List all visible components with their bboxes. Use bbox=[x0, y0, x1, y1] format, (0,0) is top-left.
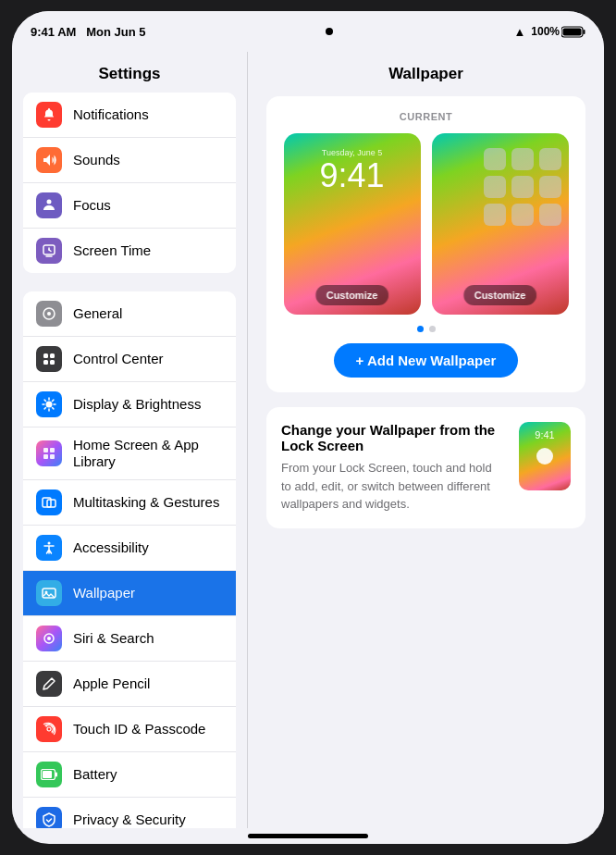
right-panel: Wallpaper CURRENT Tuesday, June 5 9:41 C… bbox=[248, 52, 604, 828]
home-screen-preview[interactable]: Customize bbox=[432, 133, 569, 315]
display-label: Display & Brightness bbox=[73, 396, 201, 413]
svg-rect-6 bbox=[43, 353, 48, 358]
sidebar-item-privacy[interactable]: Privacy & Security bbox=[23, 798, 236, 828]
add-wallpaper-button[interactable]: + Add New Wallpaper bbox=[334, 343, 519, 378]
wifi-icon: ▲ bbox=[513, 25, 525, 39]
accessibility-icon bbox=[36, 535, 62, 561]
current-label: CURRENT bbox=[281, 111, 571, 122]
sidebar-title: Settings bbox=[12, 52, 247, 93]
siri-label: Siri & Search bbox=[73, 630, 154, 647]
add-wallpaper-label: + Add New Wallpaper bbox=[356, 353, 497, 368]
sidebar-item-touch-id[interactable]: Touch ID & Passcode bbox=[23, 707, 236, 752]
home-customize-btn[interactable]: Customize bbox=[463, 285, 537, 305]
sidebar-item-wallpaper[interactable]: Wallpaper bbox=[23, 571, 236, 616]
svg-point-22 bbox=[47, 727, 51, 731]
info-text: Change your Wallpaper from the Lock Scre… bbox=[281, 422, 504, 514]
app-icons-grid bbox=[484, 148, 561, 226]
accessibility-label: Accessibility bbox=[73, 539, 149, 556]
svg-rect-1 bbox=[583, 30, 585, 34]
control-center-label: Control Center bbox=[73, 351, 164, 367]
sidebar-item-battery[interactable]: Battery bbox=[23, 752, 236, 798]
info-card: Change your Wallpaper from the Lock Scre… bbox=[266, 407, 585, 528]
sidebar-item-screen-time[interactable]: Screen Time bbox=[23, 229, 236, 273]
app-icon bbox=[539, 176, 561, 198]
home-indicator bbox=[248, 834, 368, 838]
sidebar-item-general[interactable]: General bbox=[23, 291, 236, 337]
svg-rect-9 bbox=[50, 360, 55, 365]
app-icon bbox=[484, 204, 506, 226]
sidebar-item-apple-pencil[interactable]: Apple Pencil bbox=[23, 662, 236, 707]
sidebar-item-multitasking[interactable]: Multitasking & Gestures bbox=[23, 480, 236, 526]
svg-rect-13 bbox=[43, 454, 48, 459]
preview-dot bbox=[536, 448, 553, 465]
sidebar-item-accessibility[interactable]: Accessibility bbox=[23, 526, 236, 571]
sidebar-item-control-center[interactable]: Control Center bbox=[23, 337, 236, 382]
app-icon bbox=[539, 148, 561, 170]
privacy-icon bbox=[36, 807, 62, 828]
info-preview: 9:41 bbox=[519, 422, 571, 490]
sidebar-item-siri[interactable]: Siri & Search bbox=[23, 616, 236, 662]
focus-icon bbox=[36, 192, 62, 218]
battery-nav-icon bbox=[36, 762, 62, 787]
svg-rect-25 bbox=[43, 771, 52, 778]
svg-rect-8 bbox=[43, 360, 48, 365]
app-icon bbox=[511, 148, 534, 170]
home-screen-icon bbox=[36, 440, 62, 466]
lock-customize-btn[interactable]: Customize bbox=[315, 285, 389, 305]
app-icon bbox=[484, 176, 506, 198]
notifications-icon bbox=[36, 102, 62, 128]
panel-title: Wallpaper bbox=[266, 52, 585, 96]
general-label: General bbox=[73, 305, 122, 322]
dot-1[interactable] bbox=[417, 326, 424, 332]
app-icon bbox=[484, 148, 506, 170]
sidebar: Settings Notifications Sounds bbox=[12, 52, 248, 828]
app-icon bbox=[511, 176, 534, 198]
status-right: ▲ 100% bbox=[513, 25, 585, 39]
screen-time-icon bbox=[36, 238, 62, 264]
main-content: Settings Notifications Sounds bbox=[12, 52, 604, 828]
notifications-label: Notifications bbox=[73, 106, 149, 123]
info-title: Change your Wallpaper from the Lock Scre… bbox=[281, 422, 504, 453]
svg-rect-7 bbox=[50, 353, 55, 358]
sidebar-section-2: General Control Center Display & Brightn… bbox=[23, 291, 236, 828]
notch bbox=[326, 28, 333, 35]
lock-screen-preview[interactable]: Tuesday, June 5 9:41 Customize bbox=[284, 133, 421, 315]
sounds-label: Sounds bbox=[73, 152, 120, 168]
focus-label: Focus bbox=[73, 197, 111, 214]
preview-inner bbox=[519, 422, 571, 490]
app-icon bbox=[511, 204, 534, 226]
sidebar-item-notifications[interactable]: Notifications bbox=[23, 93, 236, 138]
wallpaper-label: Wallpaper bbox=[73, 585, 135, 601]
sidebar-item-display[interactable]: Display & Brightness bbox=[23, 382, 236, 428]
info-description: From your Lock Screen, touch and hold to… bbox=[281, 459, 504, 514]
display-icon bbox=[36, 391, 62, 417]
screen-time-label: Screen Time bbox=[73, 242, 151, 259]
svg-point-5 bbox=[47, 312, 51, 316]
sidebar-section-1: Notifications Sounds Focus bbox=[23, 93, 236, 273]
status-time: 9:41 AM Mon Jun 5 bbox=[31, 25, 146, 39]
app-icon bbox=[539, 204, 561, 226]
sounds-icon bbox=[36, 147, 62, 173]
svg-rect-12 bbox=[50, 448, 55, 452]
privacy-label: Privacy & Security bbox=[73, 812, 186, 828]
svg-rect-14 bbox=[50, 454, 55, 459]
touch-id-label: Touch ID & Passcode bbox=[73, 721, 205, 737]
lock-screen-time: 9:41 bbox=[319, 159, 384, 192]
dot-2[interactable] bbox=[429, 326, 436, 332]
siri-icon bbox=[36, 626, 62, 651]
svg-rect-11 bbox=[43, 448, 48, 452]
wallpaper-card: CURRENT Tuesday, June 5 9:41 Customize bbox=[266, 96, 585, 392]
status-bar: 9:41 AM Mon Jun 5 ▲ 100% bbox=[12, 11, 604, 52]
sidebar-item-sounds[interactable]: Sounds bbox=[23, 138, 236, 183]
sidebar-item-home-screen[interactable]: Home Screen & App Library bbox=[23, 428, 236, 480]
battery-indicator: 100% bbox=[531, 25, 585, 38]
apple-pencil-label: Apple Pencil bbox=[73, 675, 150, 692]
home-screen-label: Home Screen & App Library bbox=[73, 437, 223, 470]
svg-rect-24 bbox=[55, 773, 57, 777]
sidebar-item-focus[interactable]: Focus bbox=[23, 183, 236, 229]
dots-indicator bbox=[281, 326, 571, 332]
svg-point-17 bbox=[48, 542, 51, 545]
wallpaper-previews: Tuesday, June 5 9:41 Customize bbox=[281, 133, 571, 315]
multitasking-label: Multitasking & Gestures bbox=[73, 494, 219, 511]
control-center-icon bbox=[36, 346, 62, 372]
